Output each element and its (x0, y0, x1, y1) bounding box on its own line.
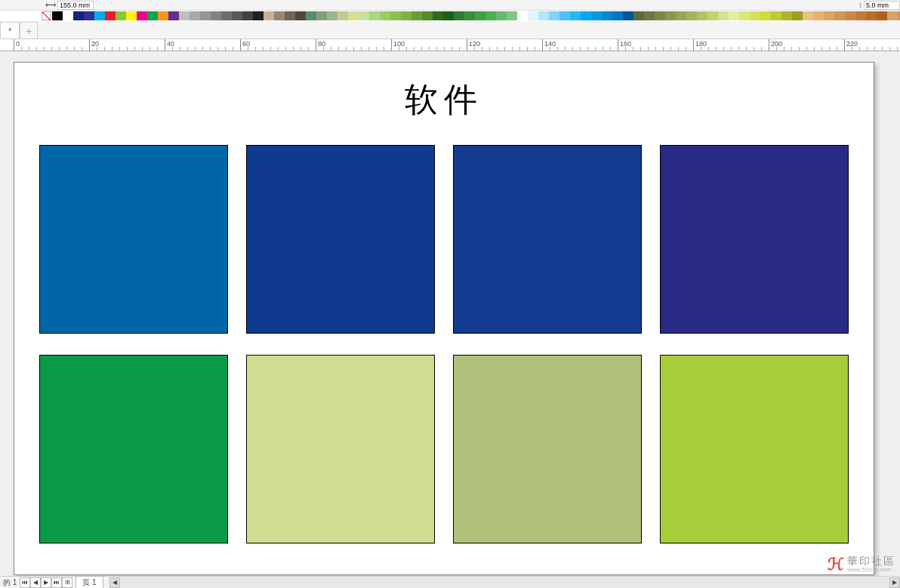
hscroll-right-button[interactable]: ▶ (889, 577, 900, 588)
palette-swatch[interactable] (411, 11, 422, 20)
palette-swatch[interactable] (633, 11, 644, 20)
palette-swatch[interactable] (485, 11, 496, 20)
palette-swatch[interactable] (190, 11, 200, 20)
palette-swatch[interactable] (581, 11, 591, 20)
palette-swatch[interactable] (168, 11, 179, 20)
palette-swatch[interactable] (803, 11, 813, 20)
palette-swatch[interactable] (433, 11, 443, 20)
page-tab-1[interactable]: 页 1 (76, 576, 103, 589)
palette-swatch[interactable] (602, 11, 612, 20)
palette-swatch[interactable] (612, 11, 623, 20)
palette-swatch[interactable] (517, 11, 528, 20)
palette-swatch[interactable] (137, 11, 147, 20)
palette-swatch[interactable] (454, 11, 464, 20)
palette-swatch[interactable] (655, 11, 665, 20)
color-rectangle[interactable] (453, 145, 642, 334)
palette-swatch[interactable] (390, 11, 401, 20)
palette-swatch[interactable] (549, 11, 559, 20)
palette-swatch[interactable] (591, 11, 602, 20)
palette-swatch[interactable] (116, 11, 126, 20)
palette-swatch[interactable] (232, 11, 242, 20)
palette-swatch[interactable] (729, 11, 739, 20)
nav-add-page-button[interactable]: ⊞ (62, 577, 72, 588)
document-tab-add[interactable]: + (20, 22, 38, 38)
palette-swatch[interactable] (718, 11, 729, 20)
palette-swatch[interactable] (845, 11, 855, 20)
palette-swatch[interactable] (771, 11, 781, 20)
palette-swatch[interactable] (401, 11, 411, 20)
palette-swatch[interactable] (158, 11, 168, 20)
palette-swatch[interactable] (697, 11, 707, 20)
palette-swatch[interactable] (359, 11, 369, 20)
nav-last-button[interactable]: ⏭ (51, 577, 62, 588)
page[interactable]: 软件 (14, 62, 874, 575)
palette-swatch[interactable] (316, 11, 327, 20)
palette-swatch[interactable] (73, 11, 84, 20)
palette-swatch[interactable] (380, 11, 390, 20)
palette-swatch[interactable] (877, 11, 887, 20)
palette-swatch[interactable] (707, 11, 718, 20)
palette-swatch[interactable] (570, 11, 581, 20)
palette-swatch[interactable] (538, 11, 549, 20)
color-rectangle[interactable] (660, 145, 849, 334)
palette-swatch[interactable] (327, 11, 338, 20)
document-tab-active[interactable]: * (0, 22, 20, 38)
horizontal-scrollbar[interactable]: ◀ ▶ (109, 577, 900, 588)
palette-swatch[interactable] (242, 11, 253, 20)
hscroll-left-button[interactable]: ◀ (109, 577, 120, 588)
palette-swatch[interactable] (528, 11, 538, 20)
color-rectangle[interactable] (453, 355, 642, 543)
palette-swatch[interactable] (750, 11, 760, 20)
palette-swatch[interactable] (253, 11, 264, 20)
palette-swatch[interactable] (496, 11, 507, 20)
palette-swatch[interactable] (781, 11, 792, 20)
height-input[interactable] (864, 1, 900, 10)
palette-swatch[interactable] (94, 11, 105, 20)
page-title-text[interactable]: 软件 (14, 78, 874, 122)
palette-swatch[interactable] (644, 11, 655, 20)
color-rectangle[interactable] (660, 355, 849, 543)
nav-next-button[interactable]: ▶ (41, 577, 51, 588)
palette-swatch[interactable] (147, 11, 158, 20)
palette-swatch[interactable] (52, 11, 63, 20)
palette-swatch[interactable] (824, 11, 834, 20)
palette-swatch[interactable] (665, 11, 676, 20)
palette-swatch[interactable] (792, 11, 803, 20)
palette-swatch[interactable] (623, 11, 633, 20)
palette-swatch[interactable] (676, 11, 686, 20)
palette-swatch[interactable] (866, 11, 877, 20)
palette-swatch[interactable] (834, 11, 845, 20)
palette-swatch[interactable] (760, 11, 771, 20)
nav-prev-button[interactable]: ◀ (30, 577, 41, 588)
no-fill-swatch[interactable] (42, 11, 51, 20)
palette-swatch[interactable] (274, 11, 285, 20)
palette-swatch[interactable] (105, 11, 116, 20)
palette-swatch[interactable] (887, 11, 898, 20)
palette-swatch[interactable] (855, 11, 866, 20)
palette-swatch[interactable] (369, 11, 380, 20)
palette-swatch[interactable] (63, 11, 73, 20)
palette-swatch[interactable] (507, 11, 517, 20)
palette-swatch[interactable] (264, 11, 274, 20)
palette-swatch[interactable] (211, 11, 221, 20)
palette-swatch[interactable] (179, 11, 190, 20)
nav-first-button[interactable]: ⏮ (20, 577, 30, 588)
palette-swatch[interactable] (126, 11, 137, 20)
color-rectangle[interactable] (39, 355, 228, 543)
ruler-horizontal[interactable]: 020406080100120140160180200220 (0, 39, 900, 51)
palette-swatch[interactable] (338, 11, 348, 20)
palette-swatch[interactable] (686, 11, 697, 20)
palette-swatch[interactable] (84, 11, 94, 20)
palette-swatch[interactable] (200, 11, 211, 20)
canvas-workspace[interactable]: 软件 (0, 51, 900, 576)
palette-swatch[interactable] (306, 11, 316, 20)
color-rectangle[interactable] (39, 145, 228, 334)
palette-swatch[interactable] (739, 11, 750, 20)
width-input[interactable] (57, 1, 94, 10)
palette-swatch[interactable] (475, 11, 485, 20)
palette-swatch[interactable] (559, 11, 570, 20)
palette-swatch[interactable] (443, 11, 454, 20)
palette-swatch[interactable] (295, 11, 306, 20)
palette-swatch[interactable] (285, 11, 295, 20)
palette-swatch[interactable] (422, 11, 433, 20)
